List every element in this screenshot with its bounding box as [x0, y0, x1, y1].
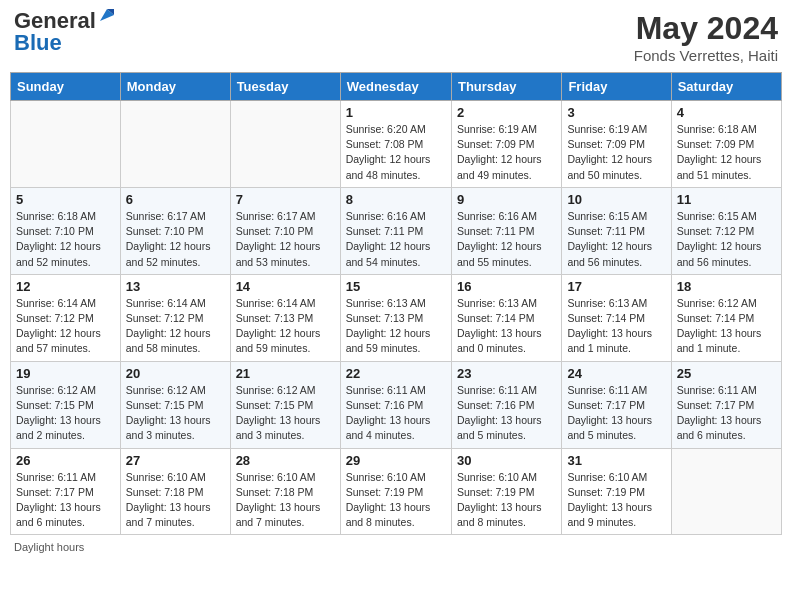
calendar-cell	[120, 101, 230, 188]
daylight-label: Daylight hours	[14, 541, 84, 553]
day-info: Sunrise: 6:17 AMSunset: 7:10 PMDaylight:…	[236, 209, 335, 270]
calendar-cell: 8Sunrise: 6:16 AMSunset: 7:11 PMDaylight…	[340, 187, 451, 274]
weekday-header-row: SundayMondayTuesdayWednesdayThursdayFrid…	[11, 73, 782, 101]
day-number: 13	[126, 279, 225, 294]
calendar-cell: 1Sunrise: 6:20 AMSunset: 7:08 PMDaylight…	[340, 101, 451, 188]
calendar-cell: 5Sunrise: 6:18 AMSunset: 7:10 PMDaylight…	[11, 187, 121, 274]
calendar-cell	[11, 101, 121, 188]
calendar-cell: 12Sunrise: 6:14 AMSunset: 7:12 PMDayligh…	[11, 274, 121, 361]
day-number: 10	[567, 192, 665, 207]
day-number: 6	[126, 192, 225, 207]
weekday-header-wednesday: Wednesday	[340, 73, 451, 101]
day-number: 9	[457, 192, 556, 207]
day-info: Sunrise: 6:15 AMSunset: 7:11 PMDaylight:…	[567, 209, 665, 270]
day-info: Sunrise: 6:18 AMSunset: 7:10 PMDaylight:…	[16, 209, 115, 270]
day-info: Sunrise: 6:16 AMSunset: 7:11 PMDaylight:…	[346, 209, 446, 270]
month-title: May 2024	[634, 10, 778, 47]
calendar-cell: 2Sunrise: 6:19 AMSunset: 7:09 PMDaylight…	[451, 101, 561, 188]
weekday-header-sunday: Sunday	[11, 73, 121, 101]
logo: General Blue	[14, 10, 116, 54]
calendar-cell: 22Sunrise: 6:11 AMSunset: 7:16 PMDayligh…	[340, 361, 451, 448]
day-number: 31	[567, 453, 665, 468]
day-info: Sunrise: 6:10 AMSunset: 7:18 PMDaylight:…	[126, 470, 225, 531]
day-info: Sunrise: 6:10 AMSunset: 7:19 PMDaylight:…	[567, 470, 665, 531]
calendar-cell: 4Sunrise: 6:18 AMSunset: 7:09 PMDaylight…	[671, 101, 781, 188]
day-number: 19	[16, 366, 115, 381]
calendar-table: SundayMondayTuesdayWednesdayThursdayFrid…	[10, 72, 782, 535]
day-info: Sunrise: 6:12 AMSunset: 7:15 PMDaylight:…	[16, 383, 115, 444]
calendar-cell: 21Sunrise: 6:12 AMSunset: 7:15 PMDayligh…	[230, 361, 340, 448]
day-number: 22	[346, 366, 446, 381]
day-info: Sunrise: 6:11 AMSunset: 7:16 PMDaylight:…	[346, 383, 446, 444]
calendar-cell: 9Sunrise: 6:16 AMSunset: 7:11 PMDaylight…	[451, 187, 561, 274]
logo-general: General	[14, 10, 96, 32]
calendar-cell: 17Sunrise: 6:13 AMSunset: 7:14 PMDayligh…	[562, 274, 671, 361]
day-number: 16	[457, 279, 556, 294]
calendar-cell: 3Sunrise: 6:19 AMSunset: 7:09 PMDaylight…	[562, 101, 671, 188]
day-number: 8	[346, 192, 446, 207]
day-info: Sunrise: 6:15 AMSunset: 7:12 PMDaylight:…	[677, 209, 776, 270]
day-info: Sunrise: 6:13 AMSunset: 7:13 PMDaylight:…	[346, 296, 446, 357]
page-header: General Blue May 2024 Fonds Verrettes, H…	[10, 10, 782, 64]
day-number: 17	[567, 279, 665, 294]
day-info: Sunrise: 6:11 AMSunset: 7:16 PMDaylight:…	[457, 383, 556, 444]
weekday-header-friday: Friday	[562, 73, 671, 101]
calendar-cell: 6Sunrise: 6:17 AMSunset: 7:10 PMDaylight…	[120, 187, 230, 274]
day-number: 27	[126, 453, 225, 468]
day-info: Sunrise: 6:14 AMSunset: 7:12 PMDaylight:…	[126, 296, 225, 357]
day-number: 25	[677, 366, 776, 381]
logo-blue: Blue	[14, 32, 116, 54]
calendar-cell: 23Sunrise: 6:11 AMSunset: 7:16 PMDayligh…	[451, 361, 561, 448]
day-number: 5	[16, 192, 115, 207]
logo-icon	[98, 7, 116, 25]
weekday-header-tuesday: Tuesday	[230, 73, 340, 101]
calendar-cell: 29Sunrise: 6:10 AMSunset: 7:19 PMDayligh…	[340, 448, 451, 535]
calendar-cell: 26Sunrise: 6:11 AMSunset: 7:17 PMDayligh…	[11, 448, 121, 535]
calendar-cell: 27Sunrise: 6:10 AMSunset: 7:18 PMDayligh…	[120, 448, 230, 535]
weekday-header-thursday: Thursday	[451, 73, 561, 101]
calendar-week-2: 5Sunrise: 6:18 AMSunset: 7:10 PMDaylight…	[11, 187, 782, 274]
day-info: Sunrise: 6:20 AMSunset: 7:08 PMDaylight:…	[346, 122, 446, 183]
day-info: Sunrise: 6:13 AMSunset: 7:14 PMDaylight:…	[567, 296, 665, 357]
calendar-cell: 24Sunrise: 6:11 AMSunset: 7:17 PMDayligh…	[562, 361, 671, 448]
day-number: 1	[346, 105, 446, 120]
day-number: 3	[567, 105, 665, 120]
footer: Daylight hours	[10, 541, 782, 553]
day-number: 15	[346, 279, 446, 294]
day-number: 14	[236, 279, 335, 294]
day-info: Sunrise: 6:12 AMSunset: 7:15 PMDaylight:…	[126, 383, 225, 444]
calendar-cell: 15Sunrise: 6:13 AMSunset: 7:13 PMDayligh…	[340, 274, 451, 361]
calendar-cell: 28Sunrise: 6:10 AMSunset: 7:18 PMDayligh…	[230, 448, 340, 535]
calendar-cell: 13Sunrise: 6:14 AMSunset: 7:12 PMDayligh…	[120, 274, 230, 361]
day-info: Sunrise: 6:11 AMSunset: 7:17 PMDaylight:…	[677, 383, 776, 444]
calendar-cell	[671, 448, 781, 535]
day-number: 18	[677, 279, 776, 294]
calendar-cell: 11Sunrise: 6:15 AMSunset: 7:12 PMDayligh…	[671, 187, 781, 274]
day-info: Sunrise: 6:17 AMSunset: 7:10 PMDaylight:…	[126, 209, 225, 270]
day-number: 2	[457, 105, 556, 120]
day-number: 21	[236, 366, 335, 381]
day-info: Sunrise: 6:19 AMSunset: 7:09 PMDaylight:…	[567, 122, 665, 183]
day-info: Sunrise: 6:10 AMSunset: 7:18 PMDaylight:…	[236, 470, 335, 531]
day-number: 24	[567, 366, 665, 381]
day-info: Sunrise: 6:10 AMSunset: 7:19 PMDaylight:…	[457, 470, 556, 531]
day-number: 30	[457, 453, 556, 468]
day-info: Sunrise: 6:12 AMSunset: 7:15 PMDaylight:…	[236, 383, 335, 444]
calendar-cell: 20Sunrise: 6:12 AMSunset: 7:15 PMDayligh…	[120, 361, 230, 448]
day-number: 12	[16, 279, 115, 294]
day-info: Sunrise: 6:11 AMSunset: 7:17 PMDaylight:…	[16, 470, 115, 531]
location: Fonds Verrettes, Haiti	[634, 47, 778, 64]
day-info: Sunrise: 6:19 AMSunset: 7:09 PMDaylight:…	[457, 122, 556, 183]
calendar-week-4: 19Sunrise: 6:12 AMSunset: 7:15 PMDayligh…	[11, 361, 782, 448]
weekday-header-saturday: Saturday	[671, 73, 781, 101]
weekday-header-monday: Monday	[120, 73, 230, 101]
day-number: 11	[677, 192, 776, 207]
day-number: 26	[16, 453, 115, 468]
day-number: 23	[457, 366, 556, 381]
calendar-cell: 16Sunrise: 6:13 AMSunset: 7:14 PMDayligh…	[451, 274, 561, 361]
calendar-cell: 14Sunrise: 6:14 AMSunset: 7:13 PMDayligh…	[230, 274, 340, 361]
day-info: Sunrise: 6:14 AMSunset: 7:13 PMDaylight:…	[236, 296, 335, 357]
calendar-cell: 30Sunrise: 6:10 AMSunset: 7:19 PMDayligh…	[451, 448, 561, 535]
title-block: May 2024 Fonds Verrettes, Haiti	[634, 10, 778, 64]
calendar-cell: 10Sunrise: 6:15 AMSunset: 7:11 PMDayligh…	[562, 187, 671, 274]
